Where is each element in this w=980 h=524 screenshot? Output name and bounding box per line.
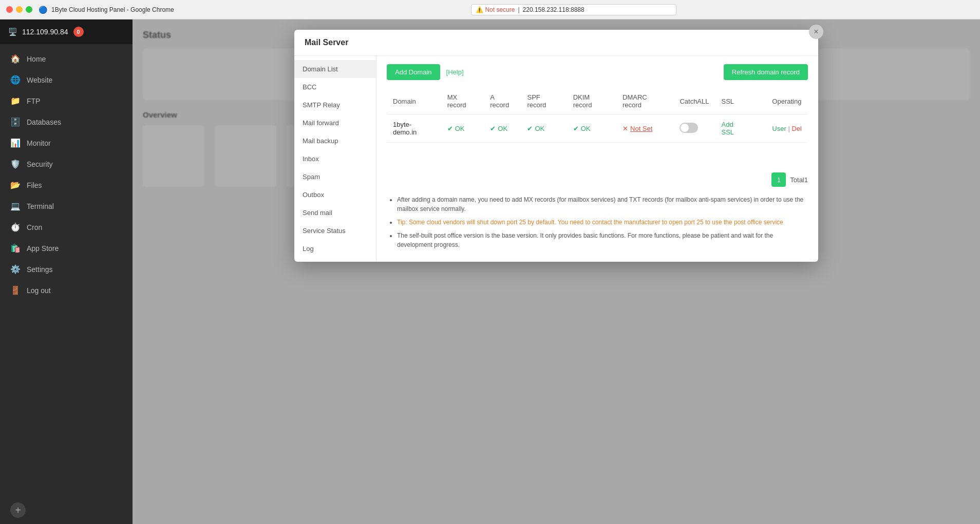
a-record-status: ✔ OK [484, 114, 521, 143]
toolbar-left: Add Domain [Help] [387, 64, 464, 80]
dmarc-record-status: ✕ Not Set [616, 114, 673, 143]
ftp-icon: 📁 [10, 96, 21, 106]
domain-table: Domain MX record A record SPF record DKI… [387, 88, 808, 143]
sidebar-label-security: Security [27, 160, 53, 168]
modal-nav-log[interactable]: Log [294, 240, 376, 258]
sidebar-item-databases[interactable]: 🗄️ Databases [0, 111, 133, 132]
col-operating: Operating [766, 88, 808, 114]
browser-title: 1Byte Cloud Hosting Panel - Google Chrom… [51, 6, 174, 13]
sidebar-item-settings[interactable]: ⚙️ Settings [0, 259, 133, 280]
col-dmarc: DMARC record [616, 88, 673, 114]
sidebar-item-cron[interactable]: ⏱️ Cron [0, 217, 133, 238]
check-icon-mx: ✔ [447, 125, 453, 132]
sidebar-label-appstore: App Store [27, 244, 59, 253]
window-close-btn[interactable] [6, 6, 13, 13]
sidebar-item-monitor[interactable]: 📊 Monitor [0, 132, 133, 153]
sidebar-label-files: Files [27, 181, 42, 189]
modal-nav-spam[interactable]: Spam [294, 168, 376, 186]
window-maximize-btn[interactable] [26, 6, 32, 13]
terminal-icon: 💻 [10, 201, 21, 211]
page-1-btn[interactable]: 1 [771, 172, 786, 187]
modal-nav-domain-list[interactable]: Domain List [294, 60, 376, 78]
sidebar-item-home[interactable]: 🏠 Home [0, 48, 133, 69]
sidebar-item-website[interactable]: 🌐 Website [0, 69, 133, 90]
sidebar-item-security[interactable]: 🛡️ Security [0, 153, 133, 174]
note-2: Tip: Some cloud vendors will shut down p… [397, 218, 808, 227]
modal-nav-inbox[interactable]: Inbox [294, 150, 376, 168]
modal-nav-bcc[interactable]: BCC [294, 78, 376, 96]
modal-nav-service-status[interactable]: Service Status [294, 222, 376, 240]
logout-icon: 🚪 [10, 285, 21, 295]
modal-close-button[interactable]: × [809, 25, 823, 39]
modal-main-content: Add Domain [Help] Refresh domain record … [376, 56, 818, 262]
sidebar-item-files[interactable]: 📂 Files [0, 174, 133, 196]
sidebar-nav: 🏠 Home 🌐 Website 📁 FTP 🗄️ Databases 📊 Mo… [0, 44, 133, 496]
website-icon: 🌐 [10, 75, 21, 85]
catchall-toggle-cell [673, 114, 715, 143]
col-mx: MX record [441, 88, 484, 114]
sidebar-item-ftp[interactable]: 📁 FTP [0, 90, 133, 111]
check-icon-spf: ✔ [527, 125, 533, 132]
modal-title: Mail Server [305, 38, 348, 47]
modal-nav-mail-backup[interactable]: Mail backup [294, 132, 376, 150]
security-icon: 🛡️ [10, 159, 21, 169]
sidebar-label-cron: Cron [27, 223, 42, 231]
modal-body: Domain List BCC SMTP Relay Mail forward … [294, 56, 818, 262]
sidebar-label-ftp: FTP [27, 97, 40, 105]
check-icon-a: ✔ [490, 125, 496, 132]
sidebar-label-settings: Settings [27, 265, 53, 274]
add-domain-button[interactable]: Add Domain [387, 64, 440, 80]
mx-record-status: ✔ OK [441, 114, 484, 143]
address-text: 220.158.232.118:8888 [523, 6, 585, 13]
sidebar-item-logout[interactable]: 🚪 Log out [0, 280, 133, 301]
settings-icon: ⚙️ [10, 264, 21, 274]
modal-nav-send-mail[interactable]: Send mail [294, 204, 376, 222]
sidebar-label-monitor: Monitor [27, 139, 51, 147]
sidebar-item-appstore[interactable]: 🛍️ App Store [0, 238, 133, 259]
table-row: 1byte-demo.in ✔ OK [387, 114, 808, 143]
modal-nav-outbox[interactable]: Outbox [294, 186, 376, 204]
cron-icon: ⏱️ [10, 222, 21, 232]
appstore-icon: 🛍️ [10, 243, 21, 253]
notes-area: After adding a domain name, you need to … [387, 195, 808, 254]
col-ssl: SSL [715, 88, 754, 114]
refresh-domain-button[interactable]: Refresh domain record [724, 64, 808, 80]
sidebar-label-website: Website [27, 76, 52, 84]
sidebar-item-terminal[interactable]: 💻 Terminal [0, 196, 133, 217]
cross-icon-dmarc: ✕ [623, 125, 628, 132]
catchall-toggle[interactable] [680, 123, 698, 133]
del-link[interactable]: Del [791, 125, 802, 132]
note-3: The self-built post office version is th… [397, 231, 808, 249]
sidebar-label-logout: Log out [27, 286, 51, 295]
home-icon: 🏠 [10, 54, 21, 64]
sidebar-label-home: Home [27, 55, 46, 63]
warning-icon: ⚠️ [476, 6, 483, 13]
content-area: Status Overview Mail Server × [133, 20, 980, 524]
sidebar-label-terminal: Terminal [27, 202, 54, 210]
spf-record-status: ✔ OK [521, 114, 567, 143]
browser-bar: 🔵 1Byte Cloud Hosting Panel - Google Chr… [0, 0, 980, 20]
operating-cell: User | Del [766, 114, 808, 143]
sidebar-footer: + [0, 496, 133, 524]
modal-nav-mail-forward[interactable]: Mail forward [294, 114, 376, 132]
page-total: Total1 [790, 176, 808, 184]
ssl-cell: Add SSL [715, 114, 754, 143]
help-button[interactable]: [Help] [446, 68, 464, 76]
spacer-cell [753, 114, 766, 143]
modal-nav-smtp-relay[interactable]: SMTP Relay [294, 96, 376, 114]
window-minimize-btn[interactable] [16, 6, 23, 13]
browser-icon: 🔵 [39, 6, 47, 14]
sidebar: 🖥️ 112.109.90.84 0 🏠 Home 🌐 Website 📁 FT… [0, 20, 133, 524]
add-button[interactable]: + [10, 502, 26, 518]
col-dkim: DKIM record [567, 88, 616, 114]
address-bar[interactable]: ⚠️ Not secure | 220.158.232.118:8888 [471, 4, 676, 15]
user-link[interactable]: User [772, 125, 786, 132]
notification-badge: 0 [73, 27, 84, 37]
window-controls [6, 6, 32, 13]
col-spacer [753, 88, 766, 114]
server-ip: 112.109.90.84 [22, 28, 68, 36]
files-icon: 📂 [10, 180, 21, 190]
add-ssl-link[interactable]: Add SSL [722, 121, 734, 136]
databases-icon: 🗄️ [10, 117, 21, 127]
not-secure-indicator: ⚠️ Not secure [476, 6, 515, 13]
